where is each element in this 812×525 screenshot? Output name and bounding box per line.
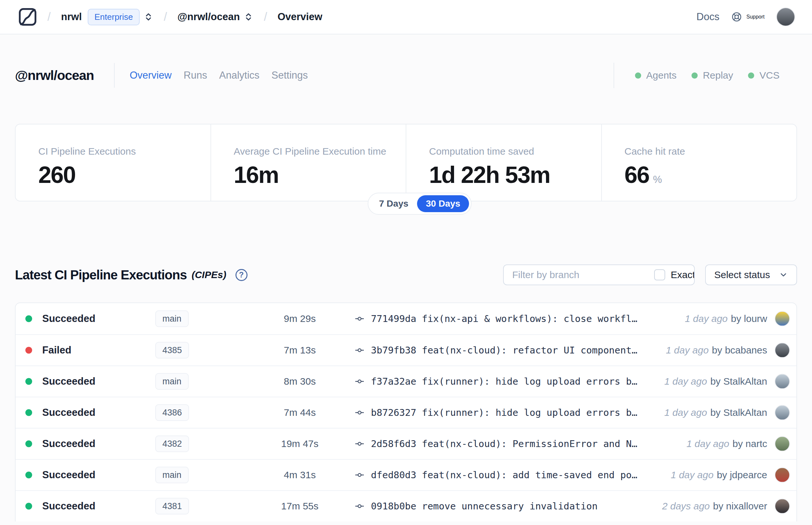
workspace-selector-chevrons-icon[interactable]: [244, 11, 253, 22]
commit-hash: 0918b0be: [371, 501, 416, 512]
author: by StalkAltan: [710, 407, 767, 418]
docs-link[interactable]: Docs: [696, 11, 719, 23]
branch-badge[interactable]: 4381: [155, 498, 189, 515]
avatar: [775, 343, 790, 358]
support-label: Support: [746, 14, 765, 20]
author: by StalkAltan: [710, 376, 767, 387]
workspace-header: @nrwl/ocean OverviewRunsAnalyticsSetting…: [0, 62, 812, 89]
time-ago: 1 day ago: [664, 407, 707, 418]
table-row[interactable]: Failed 4385 7m 13s 3b79fb38feat(nx-cloud…: [16, 334, 796, 365]
stats-section: CI Pipeline Executions260Average CI Pipe…: [15, 124, 797, 201]
duration: 9m 29s: [267, 313, 332, 324]
range-30-days[interactable]: 30 Days: [417, 195, 469, 212]
status-select[interactable]: Select status: [705, 265, 797, 285]
user-avatar[interactable]: [776, 7, 795, 26]
avatar: [775, 374, 790, 389]
duration: 7m 13s: [267, 345, 332, 356]
stat-value: 66%: [625, 162, 797, 188]
nx-cloud-logo-icon[interactable]: [18, 7, 37, 26]
service-status-dot: [635, 73, 641, 79]
branch-badge[interactable]: 4382: [155, 436, 189, 452]
stat-label: Computation time saved: [429, 146, 601, 157]
stat-card-ci-pipeline-executions: CI Pipeline Executions260: [16, 124, 211, 201]
status-label: Succeeded: [42, 407, 95, 418]
status-label: Failed: [42, 344, 72, 356]
section-title-suffix: (CIPEs): [191, 269, 226, 280]
git-commit-icon: [355, 501, 364, 511]
service-label: VCS: [760, 70, 780, 81]
table-row[interactable]: Succeeded main 4m 31s dfed80d3feat(nx-cl…: [16, 459, 796, 490]
commit-hash: f37a32ae: [371, 376, 416, 387]
commit-hash: b8726327: [371, 407, 416, 418]
table-row[interactable]: Succeeded 4381 17m 55s 0918b0beremove un…: [16, 490, 796, 522]
duration: 4m 31s: [267, 469, 332, 480]
branch-badge[interactable]: 4385: [155, 342, 189, 359]
org-selector-chevrons-icon[interactable]: [143, 11, 153, 22]
stat-value: 16m: [234, 162, 406, 188]
support-link[interactable]: Support: [731, 11, 765, 22]
chevron-down-icon: [779, 270, 788, 280]
git-commit-icon: [355, 408, 364, 418]
stat-value: 1d 22h 53m: [429, 162, 601, 188]
tab-runs[interactable]: Runs: [184, 70, 207, 81]
status-label: Succeeded: [42, 313, 95, 325]
stat-label: CI Pipeline Executions: [38, 146, 211, 157]
service-label: Agents: [646, 70, 677, 81]
service-status-dot: [691, 73, 698, 79]
tab-overview[interactable]: Overview: [129, 70, 171, 81]
time-ago: 1 day ago: [687, 438, 730, 449]
topbar: / nrwl Enterprise / @nrwl/ocean / Overvi…: [0, 0, 812, 34]
breadcrumb-org[interactable]: nrwl: [61, 11, 82, 23]
table-row[interactable]: Succeeded main 9m 29s 771499dafix(nx-api…: [16, 303, 796, 334]
exact-label: Exact: [671, 269, 695, 280]
branch-badge[interactable]: main: [155, 467, 189, 483]
commit-hash: dfed80d3: [371, 469, 416, 480]
avatar: [775, 499, 790, 514]
git-commit-icon: [355, 345, 364, 355]
tab-analytics[interactable]: Analytics: [219, 70, 260, 81]
commit-message: feat(nx-cloud): refactor UI component…: [422, 345, 637, 356]
tab-settings[interactable]: Settings: [272, 70, 308, 81]
git-commit-icon: [355, 376, 364, 386]
status-label: Succeeded: [42, 376, 95, 387]
status-dot: [25, 503, 32, 510]
exact-checkbox[interactable]: [654, 269, 665, 280]
branch-badge[interactable]: main: [155, 311, 189, 327]
branch-badge[interactable]: 4386: [155, 404, 189, 421]
cipe-table: Succeeded main 9m 29s 771499dafix(nx-api…: [15, 302, 797, 522]
status-label: Succeeded: [42, 438, 95, 450]
table-row[interactable]: Succeeded 4382 19m 47s 2d58f6d3feat(nx-c…: [16, 428, 796, 459]
commit-message: remove unnecessary invalidation: [422, 501, 598, 512]
service-replay: Replay: [691, 70, 733, 81]
breadcrumb-workspace[interactable]: @nrwl/ocean: [177, 11, 240, 23]
status-dot: [25, 378, 32, 385]
status-dot: [25, 409, 32, 416]
time-ago: 1 day ago: [664, 376, 707, 387]
range-7-days[interactable]: 7 Days: [370, 195, 417, 212]
table-row[interactable]: Succeeded main 8m 30s f37a32aefix(runner…: [16, 365, 796, 397]
commit-message: fix(nx-api & workflows): close workfl…: [422, 313, 637, 324]
status-dot: [25, 315, 32, 322]
help-icon[interactable]: ?: [235, 269, 247, 281]
status-label: Succeeded: [42, 469, 95, 481]
author: by nixallover: [713, 501, 767, 511]
branch-filter-input[interactable]: [504, 265, 646, 285]
service-vcs: VCS: [748, 70, 780, 81]
breadcrumb-separator: /: [164, 10, 167, 24]
status-label: Succeeded: [42, 500, 95, 512]
commit-message: fix(runner): hide log upload errors b…: [422, 376, 637, 387]
table-row[interactable]: Succeeded 4386 7m 44s b8726327fix(runner…: [16, 397, 796, 428]
status-dot: [25, 440, 32, 447]
git-commit-icon: [355, 470, 364, 480]
cipes-section-header: Latest CI Pipeline Executions (CIPEs) ? …: [15, 264, 797, 286]
commit-message: feat(nx-cloud): add time-saved end po…: [422, 469, 637, 480]
stat-value: 260: [38, 162, 211, 188]
avatar: [775, 467, 790, 483]
enterprise-badge: Enterprise: [88, 9, 140, 25]
duration: 8m 30s: [267, 376, 332, 387]
branch-badge[interactable]: main: [155, 373, 189, 390]
time-ago: 1 day ago: [666, 345, 709, 356]
breadcrumb-separator: /: [47, 10, 51, 24]
status-dot: [25, 472, 32, 479]
status-select-label: Select status: [714, 269, 770, 280]
